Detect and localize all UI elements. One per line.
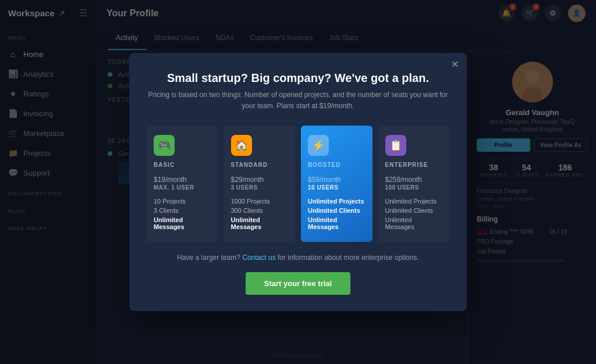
plan-boosted-name: BOOSTED — [308, 162, 366, 168]
start-trial-button[interactable]: Start your free trial — [246, 272, 350, 295]
plan-enterprise-feature-1: Unlimited Projects — [385, 198, 443, 205]
plan-enterprise-price: $259/month — [385, 170, 443, 184]
plan-basic-name: BASIC — [154, 162, 211, 168]
plan-boosted-feature-1: Unlimited Projects — [308, 198, 366, 205]
plan-standard-price: $29/month — [231, 170, 289, 184]
modal-overlay[interactable]: ✕ Small startup? Big company? We've got … — [0, 0, 596, 364]
plan-standard-icon: 🏠 — [231, 135, 252, 156]
plan-standard-feature-3: Unlimited Messages — [231, 216, 289, 230]
plan-standard-name: STANDARD — [231, 162, 289, 168]
modal-subtitle: Pricing is based on two things: Number o… — [147, 90, 449, 112]
modal-title: Small startup? Big company? We've got a … — [147, 72, 449, 85]
plan-basic-users: MAX. 1 USER — [154, 184, 211, 191]
plan-boosted-users: 10 USERS — [308, 184, 366, 191]
plan-standard-feature-2: 300 Clients — [231, 207, 289, 214]
contact-link[interactable]: Contact us — [242, 254, 275, 262]
price-period: /month — [400, 176, 422, 184]
plan-boosted-price: $59/month — [308, 170, 366, 184]
plan-basic-feature-3: Unlimited Messages — [154, 216, 211, 230]
plan-standard-feature-1: 1000 Projects — [231, 198, 289, 205]
plan-enterprise: 📋 ENTERPRISE $259/month 100 USERS Unlimi… — [378, 126, 450, 242]
plan-enterprise-feature-3: Unlimited Messages — [385, 216, 443, 230]
plan-boosted-feature-2: Unlimited Clients — [308, 207, 366, 214]
plan-basic-icon: 🎮 — [154, 135, 175, 156]
plan-boosted-icon: ⚡ — [308, 135, 329, 156]
plan-enterprise-feature-2: Unlimited Clients — [385, 207, 443, 214]
plan-boosted: ⚡ BOOSTED $59/month 10 USERS Unlimited P… — [301, 126, 372, 242]
modal-contact: Have a larger team? Contact us for infor… — [147, 254, 449, 262]
plan-basic: 🎮 BASIC $19/month MAX. 1 USER 10 Project… — [147, 126, 218, 242]
price-amount: $59 — [308, 176, 320, 184]
pricing-modal: ✕ Small startup? Big company? We've got … — [129, 53, 467, 311]
price-amount: $19 — [154, 176, 165, 184]
price-period: /month — [243, 176, 264, 184]
plans-container: 🎮 BASIC $19/month MAX. 1 USER 10 Project… — [147, 126, 449, 242]
plan-boosted-feature-3: Unlimited Messages — [308, 216, 366, 230]
price-amount: $259 — [385, 176, 401, 184]
price-period: /month — [165, 176, 187, 184]
plan-standard: 🏠 STANDARD $29/month 3 USERS 1000 Projec… — [224, 126, 296, 242]
plan-enterprise-users: 100 USERS — [385, 184, 443, 191]
plan-standard-users: 3 USERS — [231, 184, 289, 191]
price-period: /month — [320, 176, 341, 184]
plan-basic-feature-2: 3 Clients — [154, 207, 211, 214]
plan-enterprise-icon: 📋 — [385, 135, 406, 156]
price-amount: $29 — [231, 176, 243, 184]
plan-basic-feature-1: 10 Projects — [154, 198, 211, 205]
modal-close-button[interactable]: ✕ — [451, 60, 459, 69]
plan-enterprise-name: ENTERPRISE — [385, 162, 443, 168]
plan-basic-price: $19/month — [154, 170, 211, 184]
